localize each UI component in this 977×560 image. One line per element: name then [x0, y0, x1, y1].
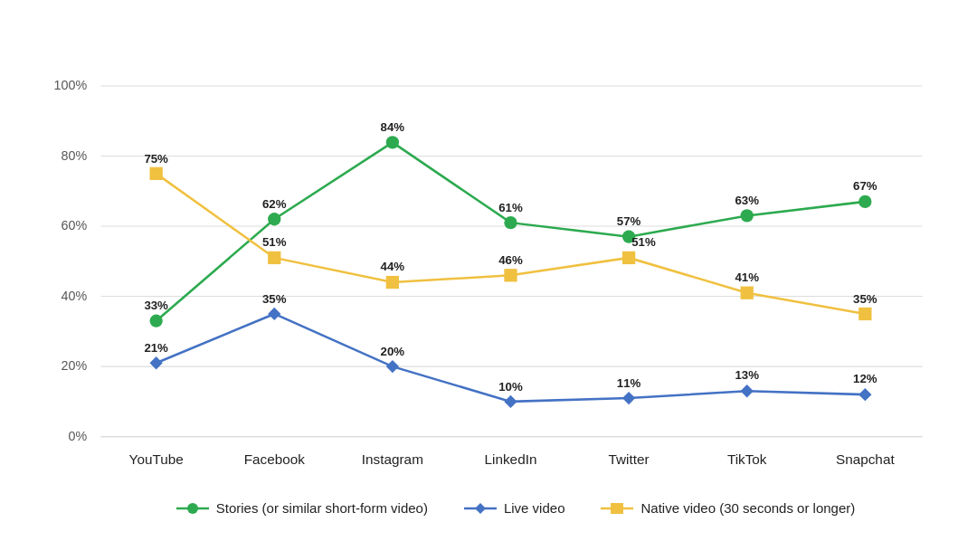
native-dot-youtube — [150, 166, 163, 179]
live-legend-icon — [464, 500, 497, 517]
stories-label-linkedin: 61% — [498, 200, 523, 214]
stories-dot-tiktok — [741, 209, 754, 222]
stories-label-facebook: 62% — [262, 196, 287, 210]
native-dot-linkedin — [504, 269, 517, 281]
live-label-youtube: 21% — [144, 340, 168, 354]
chart-container: 0% 20% 40% 60% 80% 100% YouTube Facebook… — [36, 53, 941, 488]
line-chart: 0% 20% 40% 60% 80% 100% YouTube Facebook… — [36, 53, 941, 488]
stories-label-tiktok: 63% — [735, 193, 759, 206]
stories-label-twitter: 57% — [617, 214, 641, 228]
x-label-youtube: YouTube — [129, 451, 184, 467]
stories-dot-linkedin — [504, 216, 517, 229]
stories-label-youtube: 33% — [144, 298, 168, 311]
live-dot-instagram — [386, 359, 399, 372]
native-legend-label: Native video (30 seconds or longer) — [640, 500, 855, 516]
y-label-20: 20% — [62, 358, 88, 373]
live-label-facebook: 35% — [262, 291, 287, 305]
stories-dot-snapchat — [858, 195, 871, 207]
y-label-80: 80% — [62, 147, 88, 162]
y-label-40: 40% — [62, 288, 88, 302]
native-dot-tiktok — [741, 286, 754, 299]
native-dot-instagram — [386, 275, 399, 288]
svg-point-7 — [187, 503, 198, 514]
native-dot-snapchat — [858, 307, 871, 319]
stories-dot-facebook — [268, 213, 280, 225]
live-dot-linkedin — [504, 394, 517, 407]
legend-item-stories: Stories (or similar short-form video) — [176, 500, 428, 517]
live-dot-youtube — [150, 356, 163, 369]
live-dot-facebook — [268, 307, 280, 319]
x-label-linkedin: LinkedIn — [485, 451, 537, 467]
live-dot-twitter — [622, 391, 635, 403]
native-label-linkedin: 46% — [498, 252, 523, 266]
y-label-0: 0% — [68, 428, 87, 442]
live-dot-tiktok — [741, 384, 754, 397]
x-label-twitter: Twitter — [609, 451, 650, 467]
native-legend-icon — [601, 500, 633, 517]
live-label-snapchat: 12% — [853, 372, 877, 385]
live-label-instagram: 20% — [381, 344, 405, 357]
stories-label-snapchat: 67% — [853, 179, 877, 193]
native-label-tiktok: 41% — [735, 271, 759, 284]
x-label-tiktok: TikTok — [727, 451, 767, 467]
native-dot-facebook — [268, 251, 280, 263]
native-label-instagram: 44% — [381, 260, 405, 273]
native-label-snapchat: 35% — [853, 291, 877, 305]
x-label-instagram: Instagram — [362, 451, 423, 467]
stories-legend-icon — [176, 500, 209, 517]
live-label-linkedin: 10% — [498, 379, 523, 393]
native-label-facebook: 51% — [262, 235, 287, 249]
y-label-100: 100% — [54, 78, 88, 92]
live-dot-snapchat — [858, 388, 871, 401]
live-legend-label: Live video — [504, 500, 565, 516]
y-label-60: 60% — [62, 218, 88, 233]
svg-rect-11 — [611, 503, 623, 514]
legend-item-live: Live video — [464, 500, 565, 517]
legend: Stories (or similar short-form video) Li… — [122, 500, 856, 517]
stories-dot-youtube — [150, 314, 163, 327]
stories-label-instagram: 84% — [381, 119, 405, 133]
native-label-youtube: 75% — [144, 151, 168, 165]
live-label-twitter: 11% — [617, 375, 641, 389]
live-label-tiktok: 13% — [735, 368, 759, 382]
legend-item-native: Native video (30 seconds or longer) — [601, 500, 855, 517]
stories-legend-label: Stories (or similar short-form video) — [216, 500, 428, 516]
native-dot-twitter — [622, 251, 635, 263]
x-label-facebook: Facebook — [244, 451, 306, 467]
native-label-twitter: 51% — [631, 235, 656, 249]
x-label-snapchat: Snapchat — [836, 451, 895, 467]
stories-dot-instagram — [386, 136, 399, 148]
svg-marker-9 — [475, 503, 486, 514]
